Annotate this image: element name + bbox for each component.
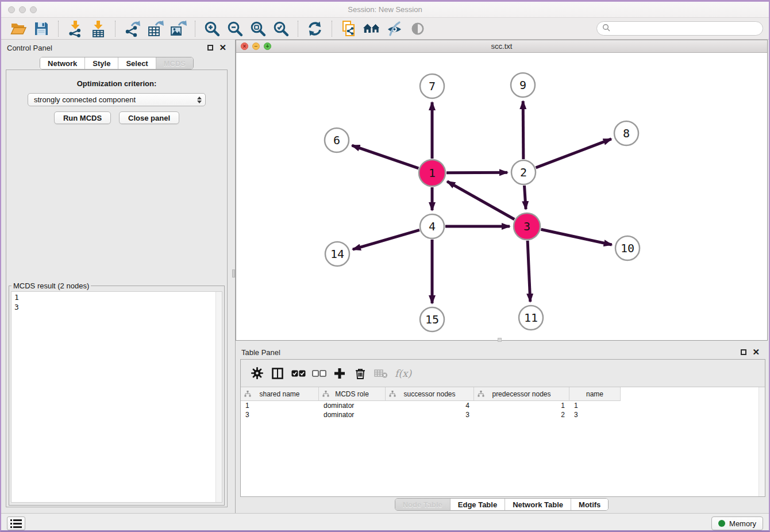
graph-edge-2-9[interactable] — [523, 101, 523, 159]
graph-edge-4-14[interactable] — [353, 230, 419, 249]
split-columns-icon[interactable] — [267, 363, 288, 384]
export-table-icon[interactable] — [145, 20, 165, 38]
criterion-value: strongly connected component — [34, 95, 136, 104]
network-close-icon[interactable]: × — [241, 43, 248, 50]
column-tree-icon — [322, 391, 329, 397]
table-panel-title: Table Panel — [236, 348, 280, 357]
tab-select[interactable]: Select — [118, 57, 155, 69]
hide-details-eye-icon[interactable] — [385, 20, 405, 38]
close-panel-icon[interactable]: ✕ — [752, 349, 760, 356]
mcds-result-line: 1 — [14, 292, 219, 302]
delete-icon[interactable] — [350, 363, 371, 384]
export-image-icon[interactable] — [168, 20, 188, 38]
graph-edge-3-10[interactable] — [541, 229, 611, 245]
export-network-icon[interactable] — [122, 20, 142, 38]
graph-node-6[interactable]: 6 — [325, 128, 349, 152]
table-row[interactable]: 3dominator323 — [241, 410, 765, 419]
mcds-result-line: 3 — [14, 302, 219, 312]
tab-motifs[interactable]: Motifs — [571, 499, 608, 510]
float-panel-icon[interactable] — [741, 349, 746, 355]
graph-node-9[interactable]: 9 — [511, 73, 535, 97]
graph-edge-3-1[interactable] — [447, 182, 514, 219]
network-graph[interactable]: 7968124314101511 — [236, 53, 767, 340]
select-all-checkboxes-icon[interactable] — [288, 363, 309, 384]
copy-network-icon[interactable] — [339, 20, 359, 38]
open-folder-icon[interactable] — [9, 20, 28, 38]
run-mcds-button[interactable]: Run MCDS — [54, 111, 111, 124]
graph-edge-2-3[interactable] — [524, 186, 526, 209]
graph-edge-1-6[interactable] — [352, 145, 418, 168]
zoom-selected-icon[interactable] — [271, 20, 291, 38]
zoom-in-icon[interactable] — [202, 20, 222, 38]
search-input[interactable] — [613, 24, 757, 33]
criterion-select[interactable]: strongly connected component — [28, 93, 206, 106]
close-panel-button[interactable]: Close panel — [119, 111, 179, 124]
result-scrollbar[interactable] — [215, 292, 222, 502]
tab-mcds[interactable]: MCDS — [156, 57, 193, 69]
graph-node-10[interactable]: 10 — [615, 236, 640, 260]
houses-icon[interactable] — [362, 20, 382, 38]
application-window: Session: New Session — [0, 0, 770, 532]
graph-node-8[interactable]: 8 — [614, 121, 638, 145]
graph-node-label: 14 — [330, 247, 344, 261]
maximize-window-icon[interactable] — [30, 6, 37, 13]
column-header-shared-name[interactable]: shared name — [241, 387, 319, 401]
graph-node-1[interactable]: 1 — [419, 160, 445, 186]
add-column-icon[interactable] — [329, 363, 350, 384]
status-bar: Memory — [1, 513, 769, 532]
mcds-result-box[interactable]: 13 — [11, 291, 222, 503]
save-icon[interactable] — [32, 20, 51, 38]
tab-node-table[interactable]: Node Table — [395, 499, 450, 510]
graph-node-label: 15 — [425, 313, 439, 326]
graph-node-15[interactable]: 15 — [420, 307, 444, 331]
network-minimize-icon[interactable]: − — [252, 43, 260, 50]
table-cell: 1 — [569, 401, 621, 410]
column-tree-icon — [244, 391, 251, 397]
tab-network[interactable]: Network — [40, 57, 84, 69]
minimize-window-icon[interactable] — [19, 6, 26, 13]
graph-edge-1-2[interactable] — [446, 172, 507, 173]
deselect-checkboxes-icon[interactable] — [309, 363, 329, 384]
graph-node-3[interactable]: 3 — [514, 213, 540, 240]
graph-node-2[interactable]: 2 — [511, 160, 536, 184]
window-resize-grip[interactable] — [498, 338, 502, 342]
title-bar: Session: New Session — [1, 2, 769, 18]
graph-node-11[interactable]: 11 — [519, 306, 543, 330]
toolbar-separator — [115, 21, 116, 37]
graph-edge-3-11[interactable] — [528, 241, 530, 302]
graph-node-14[interactable]: 14 — [325, 242, 349, 266]
column-header-predecessor-nodes[interactable]: predecessor nodes — [474, 387, 569, 401]
control-panel: Control Panel ✕ NetworkStyleSelectMCDS O… — [1, 40, 232, 513]
zoom-fit-icon[interactable] — [248, 20, 268, 38]
graph-node-label: 7 — [429, 79, 436, 93]
table-scrollbar[interactable] — [759, 387, 765, 496]
float-panel-icon[interactable] — [207, 45, 213, 51]
memory-button[interactable]: Memory — [711, 516, 763, 530]
main-toolbar — [1, 18, 769, 40]
tab-style[interactable]: Style — [84, 57, 118, 69]
refresh-icon[interactable] — [305, 20, 325, 38]
column-header-name[interactable]: name — [569, 387, 621, 401]
network-window-titlebar[interactable]: × − + scc.txt — [236, 40, 767, 53]
tab-network-table[interactable]: Network Table — [505, 499, 571, 510]
network-canvas[interactable]: 7968124314101511 — [236, 53, 767, 340]
column-header-successor-nodes[interactable]: successor nodes — [386, 387, 474, 401]
graph-node-label: 10 — [621, 241, 634, 255]
graph-node-label: 9 — [519, 78, 526, 92]
search-box[interactable] — [596, 21, 763, 36]
close-window-icon[interactable] — [8, 6, 15, 13]
table-row[interactable]: 1dominator411 — [241, 401, 765, 410]
close-panel-icon[interactable]: ✕ — [219, 44, 226, 51]
network-maximize-icon[interactable]: + — [264, 43, 271, 50]
window-controls[interactable] — [8, 6, 37, 13]
graph-node-7[interactable]: 7 — [420, 74, 444, 98]
import-table-icon[interactable] — [88, 20, 108, 38]
graph-edge-2-8[interactable] — [536, 139, 611, 168]
zoom-out-icon[interactable] — [225, 20, 245, 38]
graph-node-4[interactable]: 4 — [420, 214, 444, 238]
tab-edge-table[interactable]: Edge Table — [450, 499, 505, 510]
column-header-mcds-role[interactable]: MCDS role — [319, 387, 386, 401]
import-network-icon[interactable] — [66, 20, 85, 38]
task-list-button[interactable] — [7, 516, 25, 530]
gear-icon[interactable] — [247, 363, 267, 384]
